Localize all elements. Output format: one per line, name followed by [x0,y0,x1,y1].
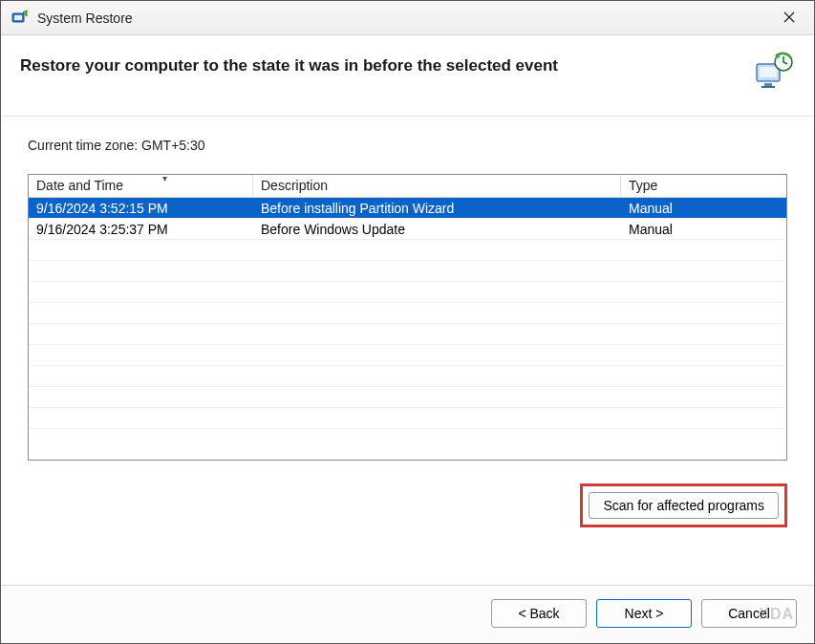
system-restore-window: System Restore Restore your computer to … [0,0,815,644]
cell-datetime: 9/16/2024 3:52:15 PM [29,201,253,216]
titlebar: System Restore [1,1,814,35]
close-button[interactable] [770,3,808,32]
wizard-header: Restore your computer to the state it wa… [1,35,814,117]
table-body: 9/16/2024 3:52:15 PM Before installing P… [29,198,786,460]
back-button[interactable]: < Back [491,599,587,628]
scan-button-highlight: Scan for affected programs [580,483,787,527]
svg-rect-1 [14,15,22,20]
column-header-datetime[interactable]: Date and Time ▾ [29,175,253,197]
table-row[interactable]: 9/16/2024 3:52:15 PM Before installing P… [29,198,786,219]
svg-rect-5 [760,67,777,77]
close-icon [783,11,795,23]
cell-datetime: 9/16/2024 3:25:37 PM [29,222,253,237]
restore-icon [753,51,795,93]
restore-points-table[interactable]: Date and Time ▾ Description Type 9/16/20… [28,174,787,461]
column-header-description[interactable]: Description [253,175,621,197]
scan-affected-programs-button[interactable]: Scan for affected programs [589,492,779,519]
table-row[interactable]: 9/16/2024 3:25:37 PM Before Windows Upda… [29,219,786,240]
timezone-label: Current time zone: GMT+5:30 [28,138,787,153]
cancel-button[interactable]: Cancel [701,599,797,628]
svg-rect-6 [764,83,772,86]
wizard-footer: < Back Next > Cancel [1,585,814,643]
table-header-row: Date and Time ▾ Description Type [29,175,786,198]
cell-description: Before Windows Update [253,222,621,237]
column-header-type[interactable]: Type [621,175,786,197]
wizard-body: Current time zone: GMT+5:30 Date and Tim… [1,117,814,585]
window-title: System Restore [37,11,133,26]
svg-rect-7 [761,86,775,88]
app-icon [11,9,30,28]
cell-type: Manual [621,222,786,237]
sort-indicator-icon: ▾ [162,174,167,183]
cell-description: Before installing Partition Wizard [253,201,621,216]
scan-row: Scan for affected programs [28,483,787,527]
next-button[interactable]: Next > [596,599,692,628]
wizard-heading: Restore your computer to the state it wa… [20,51,741,75]
cell-type: Manual [621,201,786,216]
